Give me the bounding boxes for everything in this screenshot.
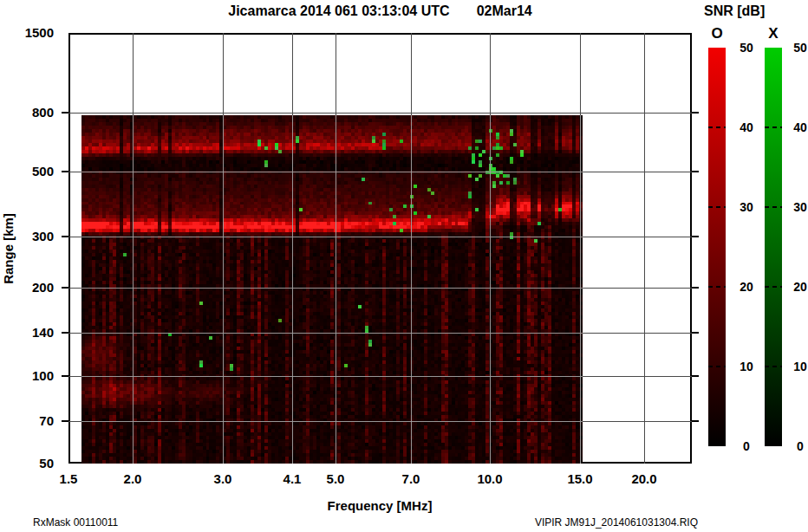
y-tick-label-300: 300	[16, 229, 54, 244]
colorbar-title: SNR [dB]	[704, 3, 765, 19]
y-tick-label-200: 200	[16, 280, 54, 295]
tick-left-100	[62, 375, 68, 377]
x-axis-label: Frequency [MHz]	[250, 498, 510, 513]
y-tick-label-100: 100	[16, 368, 54, 384]
colorbar-X	[765, 48, 782, 446]
tick-right-70	[692, 420, 699, 422]
colorbar-dash-X-30	[765, 206, 782, 208]
x-tick-label-10: 10.0	[470, 471, 510, 487]
tick-left-500	[62, 171, 68, 172]
colorbar-tick-label-O-10: 10	[732, 360, 761, 373]
plot-title: Jicamarca 2014 061 03:13:04 UTC 02Mar14	[68, 3, 692, 19]
gridline-v-20	[644, 33, 645, 464]
x-tick-label-5: 5.0	[316, 471, 355, 487]
tick-left-800	[62, 112, 68, 114]
x-tick-label-3: 3.0	[203, 471, 243, 487]
y-tick-label-70: 70	[16, 413, 54, 429]
colorbar-tick-label-O-40: 40	[732, 120, 761, 134]
tick-right-300	[692, 236, 699, 237]
y-tick-label-140: 140	[16, 325, 54, 341]
colorbar-dash-O-30	[708, 206, 726, 208]
x-tick-label-15: 15.0	[560, 471, 600, 487]
colorbar-tick-label-X-0: 0	[785, 439, 808, 453]
y-tick-label-1500: 1500	[16, 25, 54, 41]
y-tick-label-800: 800	[16, 105, 54, 120]
colorbar-tick-label-O-50: 50	[732, 41, 761, 55]
colorbar-tick-label-X-10: 10	[785, 360, 808, 373]
colorbar-mode-label-O: O	[708, 25, 726, 42]
ionogram-page: Jicamarca 2014 061 03:13:04 UTC 02Mar14 …	[0, 0, 808, 532]
colorbar-dash-O-10	[708, 366, 726, 367]
y-axis-label: Range [km]	[1, 188, 16, 309]
colorbar-tick-label-X-50: 50	[785, 41, 808, 55]
colorbar-tick-label-X-30: 30	[785, 200, 808, 214]
colorbar-dash-X-40	[765, 127, 782, 128]
ionogram-heatmap-canvas	[81, 115, 583, 464]
x-tick-label-1.5: 1.5	[49, 471, 88, 487]
y-tick-label-50: 50	[16, 456, 54, 471]
tick-left-300	[62, 236, 68, 237]
x-tick-label-7: 7.0	[391, 471, 431, 487]
x-tick-label-2: 2.0	[113, 471, 153, 487]
tick-right-500	[692, 171, 699, 172]
gridline-h-800	[68, 113, 692, 114]
colorbar-dash-O-20	[708, 286, 726, 288]
tick-right-200	[692, 287, 699, 289]
colorbar-tick-label-O-30: 30	[732, 200, 761, 214]
x-tick-label-4.1: 4.1	[272, 471, 312, 487]
colorbar-mode-label-X: X	[765, 25, 782, 42]
x-tick-label-20: 20.0	[624, 471, 664, 487]
tick-right-100	[692, 375, 699, 377]
colorbar-dash-X-10	[765, 366, 782, 367]
colorbar-tick-label-X-20: 20	[785, 280, 808, 294]
tick-left-200	[62, 287, 68, 289]
footer-filename: VIPIR JM91J_2014061031304.RIQ	[425, 516, 698, 529]
colorbar-O	[708, 48, 726, 446]
colorbar-tick-label-O-0: 0	[732, 439, 761, 453]
y-tick-label-500: 500	[16, 164, 54, 179]
colorbar-dash-X-20	[765, 286, 782, 288]
tick-left-140	[62, 332, 68, 334]
colorbar-dash-O-40	[708, 127, 726, 128]
footer-rxmask: RxMask 00110011	[33, 516, 118, 529]
colorbar-tick-label-X-40: 40	[785, 120, 808, 134]
tick-right-800	[692, 112, 699, 114]
tick-left-70	[62, 420, 68, 422]
tick-right-140	[692, 332, 699, 334]
colorbar-tick-label-O-20: 20	[732, 280, 761, 294]
